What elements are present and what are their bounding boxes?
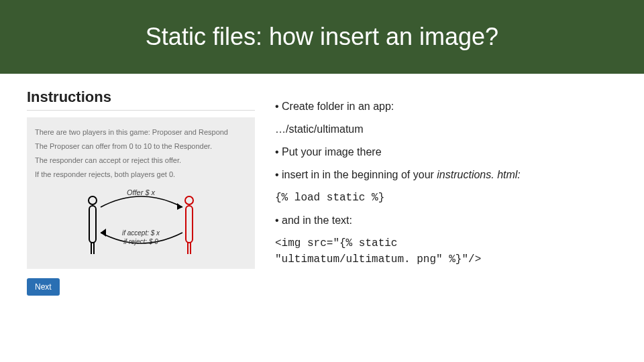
slide-title: Static files: how insert an image?: [146, 23, 498, 51]
left-panel: Instructions There are two players in th…: [0, 74, 255, 362]
svg-point-0: [89, 196, 97, 204]
next-button[interactable]: Next: [27, 278, 60, 296]
instruction-line: There are two players in this game: Prop…: [35, 127, 247, 138]
diagram-accept-label: if accept: $ x: [122, 229, 160, 237]
divider: [27, 110, 255, 111]
static-path: …/static/ultimatum: [275, 123, 624, 135]
bullet-insert-beginning: insert in in the beginning of your instr…: [275, 169, 624, 181]
instruction-line: The Proposer can offer from 0 to 10 to t…: [35, 141, 247, 152]
svg-marker-9: [101, 229, 106, 237]
diagram-offer-label: Offer $ x: [127, 188, 156, 196]
slide-body: Instructions There are two players in th…: [0, 74, 644, 362]
code-load-static: {% load static %}: [275, 192, 624, 204]
bullet-insert-prefix: insert in in the beginning of your: [282, 169, 437, 180]
bullet-and-in-text: and in the text:: [275, 215, 624, 227]
bullet-create-folder: Create folder in an app:: [275, 101, 624, 113]
code-img-src-line2: "ultimatum/ultimatum. png" %}"/>: [275, 253, 624, 265]
ultimatum-diagram: Offer $ x if accept: $ x if reject: $ 0: [35, 187, 247, 261]
instruction-line: If the responder rejects, both players g…: [35, 169, 247, 180]
instructions-box: There are two players in this game: Prop…: [27, 117, 255, 269]
instructions-heading: Instructions: [27, 88, 255, 106]
instruction-line: The responder can accept or reject this …: [35, 155, 247, 166]
svg-point-4: [185, 196, 193, 204]
slide-header: Static files: how insert an image?: [0, 0, 644, 74]
right-panel: Create folder in an app: …/static/ultima…: [255, 74, 644, 362]
diagram-reject-label: if reject: $ 0: [123, 238, 158, 245]
bullet-insert-filename: instructions. html:: [437, 169, 520, 180]
code-img-src-line1: <img src="{% static: [275, 237, 624, 249]
svg-rect-5: [186, 206, 193, 243]
svg-rect-1: [89, 206, 96, 243]
bullet-put-image: Put your image there: [275, 146, 624, 158]
